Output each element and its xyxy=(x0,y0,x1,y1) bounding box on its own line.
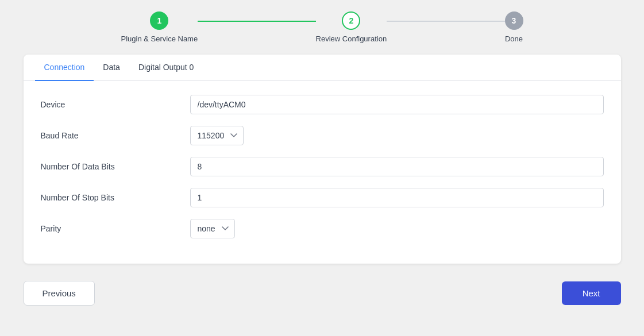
field-data-bits: Number Of Data Bits xyxy=(41,157,604,176)
label-baud-rate: Baud Rate xyxy=(41,131,190,140)
form-content: Device Baud Rate 9600 19200 38400 57600 … xyxy=(24,81,621,264)
control-device xyxy=(190,95,604,114)
previous-button[interactable]: Previous xyxy=(24,281,95,306)
step-2-circle: 2 xyxy=(342,11,360,30)
control-data-bits xyxy=(190,157,604,176)
step-1: 1 Plugin & Service Name xyxy=(121,11,198,43)
select-baud-rate[interactable]: 9600 19200 38400 57600 115200 xyxy=(190,126,244,145)
label-stop-bits: Number Of Stop Bits xyxy=(41,193,190,202)
next-button[interactable]: Next xyxy=(562,281,621,305)
tabs-bar: Connection Data Digital Output 0 xyxy=(24,55,621,81)
connector-1 xyxy=(198,21,315,22)
step-2: 2 Review Configuration xyxy=(316,11,387,43)
tab-digital-output[interactable]: Digital Output 0 xyxy=(129,55,203,81)
main-card: Connection Data Digital Output 0 Device … xyxy=(24,55,621,264)
step-3: 3 Done xyxy=(505,11,523,43)
label-device: Device xyxy=(41,100,190,109)
label-data-bits: Number Of Data Bits xyxy=(41,162,190,171)
tab-connection[interactable]: Connection xyxy=(35,55,94,81)
actions-bar: Previous Next xyxy=(24,264,621,317)
step-1-label: Plugin & Service Name xyxy=(121,34,198,43)
field-baud-rate: Baud Rate 9600 19200 38400 57600 115200 xyxy=(41,126,604,145)
step-1-circle: 1 xyxy=(150,11,168,30)
control-stop-bits xyxy=(190,188,604,207)
input-stop-bits[interactable] xyxy=(190,188,604,207)
step-3-label: Done xyxy=(505,34,523,43)
label-parity: Parity xyxy=(41,224,190,233)
tab-data[interactable]: Data xyxy=(94,55,129,81)
stepper: 1 Plugin & Service Name 2 Review Configu… xyxy=(0,0,644,49)
input-data-bits[interactable] xyxy=(190,157,604,176)
input-device[interactable] xyxy=(190,95,604,114)
connector-2 xyxy=(387,21,504,22)
field-parity: Parity none even odd xyxy=(41,219,604,238)
field-stop-bits: Number Of Stop Bits xyxy=(41,188,604,207)
step-2-label: Review Configuration xyxy=(316,34,387,43)
field-device: Device xyxy=(41,95,604,114)
control-baud-rate: 9600 19200 38400 57600 115200 xyxy=(190,126,604,145)
select-parity[interactable]: none even odd xyxy=(190,219,235,238)
step-3-circle: 3 xyxy=(505,11,523,30)
control-parity: none even odd xyxy=(190,219,604,238)
